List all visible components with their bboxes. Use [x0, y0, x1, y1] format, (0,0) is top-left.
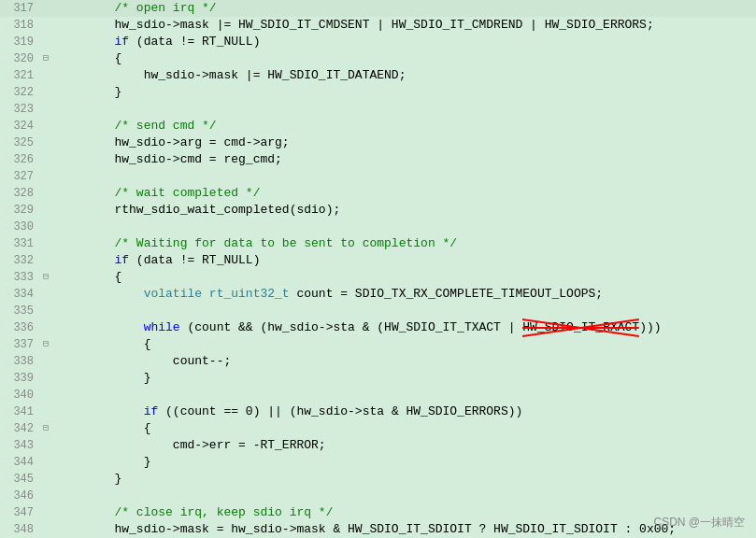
code-line: 347 /* close irq, keep sdio irq */: [0, 504, 756, 521]
type-keyword: volatile rt_uint32_t: [144, 287, 290, 301]
code-line: 327: [0, 168, 756, 185]
code-text: /* Waiting for data to be sent to comple…: [52, 235, 756, 252]
code-line: 328 /* wait completed */: [0, 185, 756, 202]
line-number: 328: [0, 185, 39, 202]
code-line: 321 hw_sdio->mask |= HW_SDIO_IT_DATAEND;: [0, 67, 756, 84]
code-text: if (data != RT_NULL): [52, 34, 756, 50]
code-line: 324 /* send cmd */: [0, 118, 756, 134]
collapse-button[interactable]: ⊟: [39, 336, 52, 353]
code-line: 323: [0, 101, 756, 118]
code-text: rthw_sdio_wait_completed(sdio);: [52, 202, 756, 219]
code-text: count--;: [52, 353, 756, 370]
line-number: 319: [0, 34, 39, 50]
line-number: 327: [0, 168, 39, 185]
line-number: 320: [0, 50, 39, 67]
line-number: 329: [0, 202, 39, 219]
code-line: 348 hw_sdio->mask = hw_sdio->mask & HW_S…: [0, 521, 756, 538]
keyword: if: [144, 404, 159, 418]
code-line: 342⊟ {: [0, 420, 756, 437]
code-text: {: [52, 269, 756, 286]
code-text: {: [52, 50, 756, 67]
code-text: }: [52, 471, 756, 488]
code-line: 329 rthw_sdio_wait_completed(sdio);: [0, 202, 756, 219]
line-number: 318: [0, 17, 39, 34]
code-line: 345 }: [0, 471, 756, 488]
comment: /* open irq */: [114, 1, 216, 15]
code-text: {: [52, 420, 756, 437]
code-line: 332 if (data != RT_NULL): [0, 252, 756, 269]
line-number: 338: [0, 353, 39, 370]
line-number: 346: [0, 488, 39, 504]
code-line: 337⊟ {: [0, 336, 756, 353]
code-text: hw_sdio->cmd = reg_cmd;: [52, 151, 756, 168]
line-number: 317: [0, 0, 39, 17]
watermark: CSDN @一抹晴空: [653, 515, 745, 531]
code-text: volatile rt_uint32_t count = SDIO_TX_RX_…: [52, 286, 756, 303]
line-number: 336: [0, 319, 39, 336]
code-line: 339 }: [0, 370, 756, 387]
line-number: 326: [0, 151, 39, 168]
line-number: 348: [0, 521, 39, 538]
code-line: 326 hw_sdio->cmd = reg_cmd;: [0, 151, 756, 168]
collapse-button[interactable]: ⊟: [39, 269, 52, 286]
code-text: cmd->err = -RT_ERROR;: [52, 437, 756, 454]
collapse-button[interactable]: ⊟: [39, 420, 52, 437]
line-number: 342: [0, 420, 39, 437]
line-number: 339: [0, 370, 39, 387]
code-line: 333⊟ {: [0, 269, 756, 286]
line-number: 347: [0, 504, 39, 521]
code-text: }: [52, 454, 756, 471]
collapse-button[interactable]: ⊟: [39, 50, 52, 67]
keyword: if: [114, 253, 129, 267]
line-number: 324: [0, 118, 39, 134]
svg-line-1: [522, 319, 639, 336]
svg-line-2: [522, 319, 639, 336]
code-line: 330: [0, 219, 756, 235]
code-line: 338 count--;: [0, 353, 756, 370]
code-text: hw_sdio->mask = hw_sdio->mask & HW_SDIO_…: [52, 521, 756, 538]
code-line: 344 }: [0, 454, 756, 471]
code-line: 336 while (count && (hw_sdio->sta & (HW_…: [0, 319, 756, 336]
code-text: hw_sdio->mask |= HW_SDIO_IT_CMDSENT | HW…: [52, 17, 756, 34]
code-line: 319 if (data != RT_NULL): [0, 34, 756, 50]
code-line: 322 }: [0, 84, 756, 101]
code-line: 331 /* Waiting for data to be sent to co…: [0, 235, 756, 252]
code-line: 335: [0, 303, 756, 319]
code-text: }: [52, 84, 756, 101]
line-number: 340: [0, 387, 39, 404]
code-line: 318 hw_sdio->mask |= HW_SDIO_IT_CMDSENT …: [0, 17, 756, 34]
code-line: 346: [0, 488, 756, 504]
code-line: 341 if ((count == 0) || (hw_sdio->sta & …: [0, 404, 756, 420]
line-number: 337: [0, 336, 39, 353]
comment: /* send cmd */: [114, 119, 216, 133]
code-text: if (data != RT_NULL): [52, 252, 756, 269]
code-line: 343 cmd->err = -RT_ERROR;: [0, 437, 756, 454]
code-text: /* open irq */: [52, 0, 756, 17]
code-text: {: [52, 336, 756, 353]
code-text: if ((count == 0) || (hw_sdio->sta & HW_S…: [52, 404, 756, 420]
code-text: hw_sdio->arg = cmd->arg;: [52, 134, 756, 151]
line-number: 334: [0, 286, 39, 303]
line-number: 345: [0, 471, 39, 488]
line-number: 323: [0, 101, 39, 118]
code-line: 334 volatile rt_uint32_t count = SDIO_TX…: [0, 286, 756, 303]
code-text: while (count && (hw_sdio->sta & (HW_SDIO…: [52, 319, 756, 336]
code-container: 317 /* open irq */318 hw_sdio->mask |= H…: [0, 0, 756, 538]
code-text: /* close irq, keep sdio irq */: [52, 504, 756, 521]
line-number: 321: [0, 67, 39, 84]
code-text: /* wait completed */: [52, 185, 756, 202]
line-number: 341: [0, 404, 39, 420]
comment: /* wait completed */: [114, 186, 260, 200]
comment: /* close irq, keep sdio irq */: [114, 505, 333, 519]
crossed-text: HW_SDIO_IT_RXACT: [522, 319, 639, 336]
keyword: if: [114, 35, 129, 49]
code-line: 317 /* open irq */: [0, 0, 756, 17]
line-number: 335: [0, 303, 39, 319]
line-number: 322: [0, 84, 39, 101]
line-number: 344: [0, 454, 39, 471]
code-line: 320⊟ {: [0, 50, 756, 67]
keyword: while: [144, 320, 180, 334]
code-line: 325 hw_sdio->arg = cmd->arg;: [0, 134, 756, 151]
code-text: hw_sdio->mask |= HW_SDIO_IT_DATAEND;: [52, 67, 756, 84]
code-text: }: [52, 370, 756, 387]
